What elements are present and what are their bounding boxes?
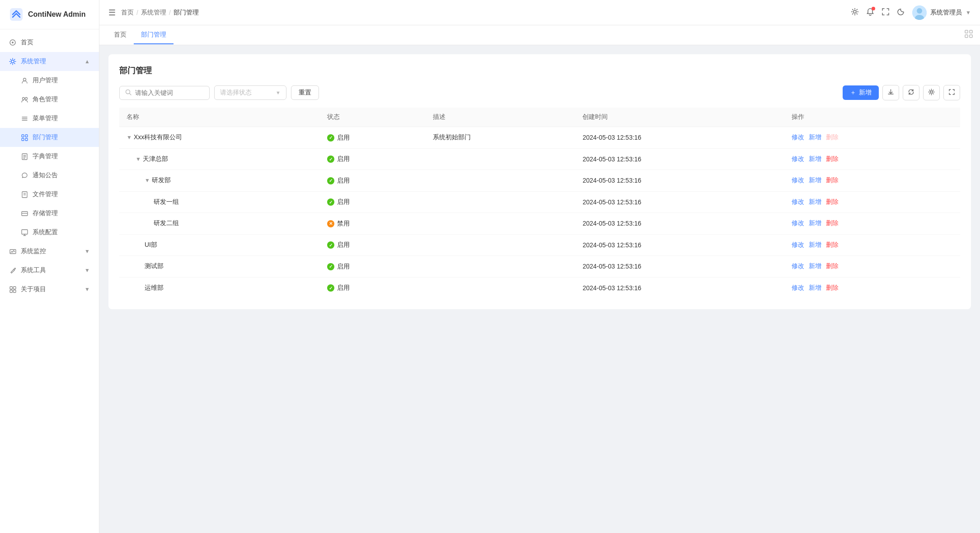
add-child-link[interactable]: 新增 bbox=[809, 155, 821, 163]
breadcrumb-sys-mgmt[interactable]: 系统管理 bbox=[141, 9, 166, 17]
add-child-link[interactable]: 新增 bbox=[809, 262, 821, 270]
cell-name: 研发二组 bbox=[119, 213, 320, 235]
tab-grid-icon[interactable] bbox=[965, 30, 973, 39]
page-content: 部门管理 请选择状态 ▼ 重置 bbox=[99, 45, 980, 533]
sidebar-item-user-mgmt[interactable]: 用户管理 bbox=[0, 71, 99, 90]
theme-toggle-btn[interactable] bbox=[897, 8, 905, 18]
edit-link[interactable]: 修改 bbox=[792, 284, 804, 292]
status-text: 启用 bbox=[337, 284, 350, 292]
edit-link[interactable]: 修改 bbox=[792, 133, 804, 142]
expand-button[interactable] bbox=[943, 85, 960, 100]
action-links: 修改 新增 删除 bbox=[792, 219, 953, 227]
sidebar-item-storage-mgmt[interactable]: 存储管理 bbox=[0, 204, 99, 223]
tree-toggle[interactable]: ▼ bbox=[145, 177, 150, 184]
add-child-link[interactable]: 新增 bbox=[809, 198, 821, 206]
delete-link[interactable]: 删除 bbox=[826, 133, 839, 142]
search-input[interactable] bbox=[135, 89, 204, 96]
table-row: UI部 ✓ 启用 2024-05-03 12:53:16 修改 新增 删除 bbox=[119, 234, 960, 256]
refresh-button[interactable] bbox=[903, 85, 919, 100]
page-card: 部门管理 请选择状态 ▼ 重置 bbox=[108, 54, 971, 309]
sidebar-item-dict-mgmt[interactable]: 字典管理 bbox=[0, 147, 99, 166]
tab-dept-mgmt[interactable]: 部门管理 bbox=[134, 26, 173, 44]
cell-description bbox=[426, 170, 575, 192]
status-text: 禁用 bbox=[337, 220, 350, 228]
sidebar-item-about[interactable]: 关于项目 ▼ bbox=[0, 280, 99, 299]
status-text: 启用 bbox=[337, 177, 350, 185]
sidebar-item-file-mgmt[interactable]: 文件管理 bbox=[0, 185, 99, 204]
delete-link[interactable]: 删除 bbox=[826, 176, 839, 184]
menu-toggle-button[interactable]: ☰ bbox=[108, 8, 116, 18]
settings-icon-btn[interactable] bbox=[851, 8, 859, 18]
sidebar-item-sys-mgmt[interactable]: 系统管理 ▲ bbox=[0, 52, 99, 71]
delete-link[interactable]: 删除 bbox=[826, 262, 839, 270]
sidebar-label-about: 关于项目 bbox=[21, 285, 46, 293]
cell-actions: 修改 新增 删除 bbox=[784, 127, 960, 149]
table-header-row: 名称 状态 描述 创建时间 操作 bbox=[119, 108, 960, 127]
app-name: ContiNew Admin bbox=[28, 10, 85, 19]
action-links: 修改 新增 删除 bbox=[792, 133, 953, 142]
delete-link[interactable]: 删除 bbox=[826, 155, 839, 163]
cell-description bbox=[426, 148, 575, 170]
notification-bell-btn[interactable] bbox=[866, 8, 874, 18]
sidebar-item-menu-mgmt[interactable]: 菜单管理 bbox=[0, 109, 99, 128]
edit-link[interactable]: 修改 bbox=[792, 155, 804, 163]
add-child-link[interactable]: 新增 bbox=[809, 219, 821, 227]
svg-rect-35 bbox=[965, 30, 968, 33]
column-settings-button[interactable] bbox=[923, 85, 940, 100]
cell-name: ▼Xxx科技有限公司 bbox=[119, 127, 320, 149]
sidebar-item-dept-mgmt[interactable]: 部门管理 bbox=[0, 128, 99, 147]
download-button[interactable] bbox=[882, 85, 899, 100]
fullscreen-btn[interactable] bbox=[882, 8, 890, 18]
sidebar-item-sys-monitor[interactable]: 系统监控 ▼ bbox=[0, 242, 99, 261]
edit-link[interactable]: 修改 bbox=[792, 176, 804, 184]
sys-mgmt-chevron: ▲ bbox=[84, 58, 90, 65]
delete-link[interactable]: 删除 bbox=[826, 198, 839, 206]
status-badge: ✓ 启用 bbox=[327, 177, 350, 185]
search-box[interactable] bbox=[119, 86, 210, 100]
status-dot: ✓ bbox=[327, 156, 334, 163]
tree-toggle[interactable]: ▼ bbox=[127, 134, 132, 141]
svg-rect-29 bbox=[10, 290, 13, 292]
tab-home[interactable]: 首页 bbox=[107, 26, 134, 44]
notification-dot bbox=[872, 7, 875, 10]
add-child-link[interactable]: 新增 bbox=[809, 176, 821, 184]
sys-monitor-icon bbox=[9, 248, 16, 255]
cell-status: ✓ 启用 bbox=[320, 148, 426, 170]
reset-button[interactable]: 重置 bbox=[291, 85, 319, 100]
edit-link[interactable]: 修改 bbox=[792, 198, 804, 206]
user-info[interactable]: 系统管理员 ▼ bbox=[912, 5, 971, 20]
dept-name: 天津总部 bbox=[143, 155, 168, 162]
breadcrumb-home[interactable]: 首页 bbox=[121, 9, 134, 17]
add-child-link[interactable]: 新增 bbox=[809, 133, 821, 142]
sidebar-item-sys-tools[interactable]: 系统工具 ▼ bbox=[0, 261, 99, 280]
edit-link[interactable]: 修改 bbox=[792, 219, 804, 227]
sidebar-logo: ContiNew Admin bbox=[0, 0, 99, 29]
edit-link[interactable]: 修改 bbox=[792, 241, 804, 249]
cell-status: ✓ 启用 bbox=[320, 277, 426, 298]
svg-rect-13 bbox=[25, 138, 28, 141]
add-child-link[interactable]: 新增 bbox=[809, 284, 821, 292]
sidebar-item-sys-config[interactable]: 系统配置 bbox=[0, 223, 99, 242]
cell-description bbox=[426, 191, 575, 213]
svg-rect-36 bbox=[970, 30, 972, 33]
status-text: 启用 bbox=[337, 134, 350, 142]
cell-status: ✓ 启用 bbox=[320, 191, 426, 213]
add-button-label: 新增 bbox=[859, 89, 872, 97]
cell-actions: 修改 新增 删除 bbox=[784, 170, 960, 192]
sidebar-item-notice[interactable]: 通知公告 bbox=[0, 166, 99, 185]
add-button[interactable]: ＋ 新增 bbox=[843, 85, 879, 100]
delete-link[interactable]: 删除 bbox=[826, 284, 839, 292]
monitor-icon bbox=[21, 229, 28, 236]
delete-link[interactable]: 删除 bbox=[826, 219, 839, 227]
tree-toggle[interactable]: ▼ bbox=[136, 156, 141, 162]
sidebar-item-role-mgmt[interactable]: 角色管理 bbox=[0, 90, 99, 109]
sidebar-item-home[interactable]: 首页 bbox=[0, 33, 99, 52]
cell-description bbox=[426, 256, 575, 278]
add-child-link[interactable]: 新增 bbox=[809, 241, 821, 249]
cell-created-at: 2024-05-03 12:53:16 bbox=[575, 191, 784, 213]
status-select[interactable]: 请选择状态 ▼ bbox=[214, 85, 286, 100]
delete-link[interactable]: 删除 bbox=[826, 241, 839, 249]
edit-link[interactable]: 修改 bbox=[792, 262, 804, 270]
tab-bar-wrapper: 首页 部门管理 bbox=[99, 25, 980, 45]
action-links: 修改 新增 删除 bbox=[792, 176, 953, 184]
